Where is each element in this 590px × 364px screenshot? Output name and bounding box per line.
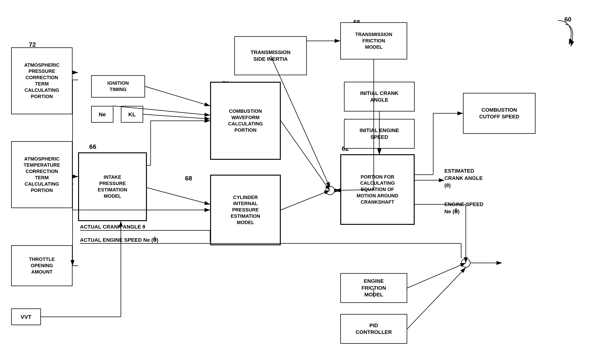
atm-temperature-box: ATMOSPHERIC TEMPERATURE CORRECTION TERM … bbox=[11, 141, 73, 208]
ref-72: 72 bbox=[29, 41, 36, 48]
transmission-friction-box: TRANSMISSION FRICTION MODEL bbox=[340, 22, 407, 59]
initial-engine-box: INITIAL ENGINE SPEED bbox=[344, 119, 415, 149]
diagram: 60 72 74 65 70 66 68 62 64 76 ATMOSPHERI… bbox=[0, 0, 590, 364]
svg-line-7 bbox=[145, 86, 210, 106]
ignition-box: IGNITION TIMING bbox=[91, 75, 145, 98]
actual-crank-label: ACTUAL CRANK ANGLE θ bbox=[80, 224, 145, 230]
ref-60: 60 bbox=[564, 16, 571, 23]
svg-line-13 bbox=[147, 188, 210, 204]
combustion-waveform-box: COMBUSTION WAVEFORM CALCULATING PORTION bbox=[210, 82, 281, 160]
kl-box: KL bbox=[121, 106, 143, 123]
initial-crank-box: INITIAL CRANK ANGLE bbox=[344, 82, 415, 111]
throttle-box: THROTTLE OPENING AMOUNT bbox=[11, 245, 73, 286]
vvt-box: VVT bbox=[11, 308, 41, 325]
sum-node-2 bbox=[461, 258, 471, 267]
ne-box: Ne bbox=[91, 106, 113, 123]
pid-controller-box: PID CONTROLLER bbox=[340, 314, 407, 344]
actual-engine-label: ACTUAL ENGINE SPEED Ne (θ̇) bbox=[80, 237, 159, 243]
svg-line-29 bbox=[407, 267, 466, 329]
svg-line-15 bbox=[281, 190, 330, 210]
ref-68: 68 bbox=[185, 175, 192, 182]
crankshaft-eq-box: PORTION FOR CALCULATING EQUATION OF MOTI… bbox=[340, 154, 415, 225]
cylinder-internal-box: CYLINDER INTERNAL PRESSURE ESTIMATION MO… bbox=[210, 175, 281, 245]
combustion-cutoff-box: COMBUSTION CUTOFF SPEED bbox=[463, 93, 536, 134]
svg-line-28 bbox=[407, 263, 466, 288]
engine-speed-label: ENGINE SPEEDNe (θ̇) bbox=[444, 201, 484, 215]
transmission-inertia-box: TRANSMISSION SIDE INERTIA bbox=[234, 36, 307, 75]
engine-friction-box: ENGINE FRICTION MODEL bbox=[340, 273, 407, 303]
atm-pressure-box: ATMOSPHERIC PRESSURE CORRECTION TERM CAL… bbox=[11, 47, 73, 114]
ref-66: 66 bbox=[89, 143, 96, 150]
sum-node-1 bbox=[325, 186, 335, 195]
estimated-crank-label: ESTIMATEDCRANK ANGLE(θ) bbox=[444, 167, 483, 189]
intake-pressure-box: INTAKE PRESSURE ESTIMATION MODEL bbox=[78, 152, 147, 221]
svg-line-9 bbox=[143, 114, 210, 119]
svg-line-14 bbox=[281, 121, 330, 190]
